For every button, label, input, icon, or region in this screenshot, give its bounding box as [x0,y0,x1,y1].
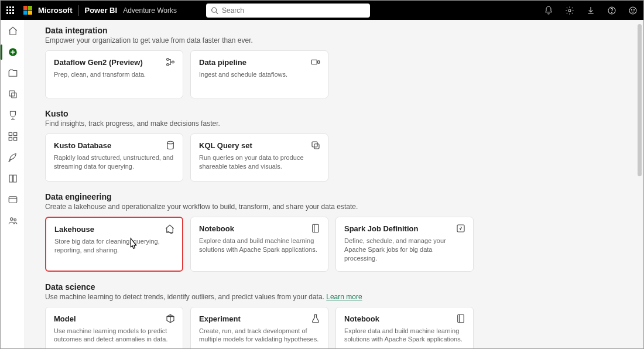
nav-apps[interactable] [8,131,18,142]
search-icon [211,6,218,15]
svg-rect-11 [9,132,12,135]
notifications-icon[interactable] [544,6,553,15]
section-title: Kusto [45,109,632,118]
svg-point-17 [13,219,16,221]
nav-deployment[interactable] [8,152,18,163]
learn-more-link[interactable]: Learn more [326,293,362,301]
nav-data-hub[interactable] [8,89,18,100]
feedback-icon[interactable] [628,6,638,15]
card-title: Notebook [199,224,320,233]
section-science: Data science Use machine learning to det… [45,282,632,348]
section-kusto: Kusto Find insights, track progress, and… [45,109,632,182]
card-notebook-sci[interactable]: Notebook Explore data and build machine … [335,307,474,348]
pipeline-icon [310,57,321,70]
notebook-icon [310,223,321,236]
card-notebook-eng[interactable]: Notebook Explore data and build machine … [190,217,328,272]
card-model[interactable]: Model Use machine learning models to pre… [45,307,183,348]
nav-my-workspace[interactable] [8,215,18,226]
left-nav [1,20,25,348]
svg-rect-13 [9,138,12,141]
svg-rect-25 [314,144,319,149]
download-icon[interactable] [586,6,595,15]
app-launcher-icon[interactable] [6,6,14,14]
svg-rect-9 [9,91,15,96]
svg-rect-12 [13,132,16,135]
microsoft-logo-icon [23,6,32,15]
section-subtitle: Empower your organization to get value f… [45,36,632,45]
card-desc: Store big data for cleaning, querying, r… [54,237,174,255]
section-title: Data science [45,282,632,292]
svg-point-20 [172,61,174,63]
section-engineering: Data engineering Create a lakehouse and … [45,192,632,272]
settings-icon[interactable] [565,6,574,15]
workspace-label: Adventure Works [123,6,177,15]
svg-point-19 [167,64,169,66]
card-desc: Define, schedule, and manage your Apache… [344,237,465,263]
svg-rect-15 [9,197,17,203]
experiment-icon [310,313,321,326]
section-subtitle-text: Use machine learning to detect trends, i… [45,293,326,301]
card-kusto-database[interactable]: Kusto Database Rapidly load structured, … [45,134,183,182]
scrollbar-thumb[interactable] [638,24,642,176]
svg-rect-14 [13,138,16,141]
header-actions [544,6,638,15]
search-box[interactable] [206,4,370,18]
lakehouse-icon [165,224,175,237]
database-icon [165,140,176,153]
shell: Data integration Empower your organizati… [1,20,643,348]
section-subtitle: Find insights, track progress, and make … [45,119,632,128]
card-title: Dataflow Gen2 (Preview) [54,58,174,67]
nav-workspaces[interactable] [8,194,18,205]
card-title: Spark Job Definition [344,224,465,233]
card-desc: Explore data and build machine learning … [344,327,465,344]
card-title: Lakehouse [54,225,174,234]
nav-metrics[interactable] [8,110,18,121]
section-subtitle: Use machine learning to detect trends, i… [45,293,632,301]
svg-point-18 [167,59,169,61]
card-desc: Use machine learning models to predict o… [54,327,174,344]
card-dataflow-gen2[interactable]: Dataflow Gen2 (Preview) Prep, clean, and… [45,50,183,98]
svg-rect-21 [311,60,317,64]
svg-rect-28 [458,314,464,323]
svg-point-0 [212,8,217,12]
card-desc: Prep, clean, and transform data. [54,70,174,79]
nav-browse[interactable] [8,68,18,78]
svg-rect-26 [313,224,319,232]
card-title: Experiment [199,314,320,323]
svg-point-7 [633,9,634,10]
card-title: Data pipeline [199,58,320,67]
dataflow-icon [165,57,176,70]
notebook-icon [455,313,466,326]
card-kql-queryset[interactable]: KQL Query set Run queries on your data t… [190,134,328,182]
nav-create[interactable] [8,47,18,57]
card-data-pipeline[interactable]: Data pipeline Ingest and schedule datafl… [190,50,328,98]
svg-point-4 [611,12,612,12]
nav-home[interactable] [8,26,18,36]
section-subtitle: Create a lakehouse and operationalize yo… [45,203,632,211]
card-spark-job[interactable]: Spark Job Definition Define, schedule, a… [335,217,474,272]
model-icon [165,313,176,326]
card-desc: Ingest and schedule dataflows. [199,70,320,79]
queryset-icon [310,140,321,153]
spark-icon [455,223,466,236]
card-desc: Rapidly load structured, unstructured, a… [54,153,174,171]
card-title: KQL Query set [199,141,320,150]
svg-point-6 [631,9,632,10]
card-experiment[interactable]: Experiment Create, run, and track develo… [190,307,328,348]
search-input[interactable] [222,6,365,15]
section-integration: Data integration Empower your organizati… [45,26,632,98]
top-bar: Microsoft Power BI Adventure Works [1,1,643,20]
card-lakehouse[interactable]: Lakehouse Store big data for cleaning, q… [45,217,183,272]
card-title: Notebook [344,314,465,323]
svg-point-23 [167,141,174,144]
svg-point-5 [629,7,636,14]
card-desc: Explore data and build machine learning … [199,237,320,254]
svg-point-16 [10,218,13,221]
nav-learn[interactable] [8,173,18,184]
svg-rect-22 [318,61,320,64]
brand-label: Microsoft [38,6,73,15]
help-icon[interactable] [607,6,616,15]
header-divider [78,5,79,16]
svg-point-2 [568,9,571,12]
card-desc: Create, run, and track development of mu… [199,327,320,344]
